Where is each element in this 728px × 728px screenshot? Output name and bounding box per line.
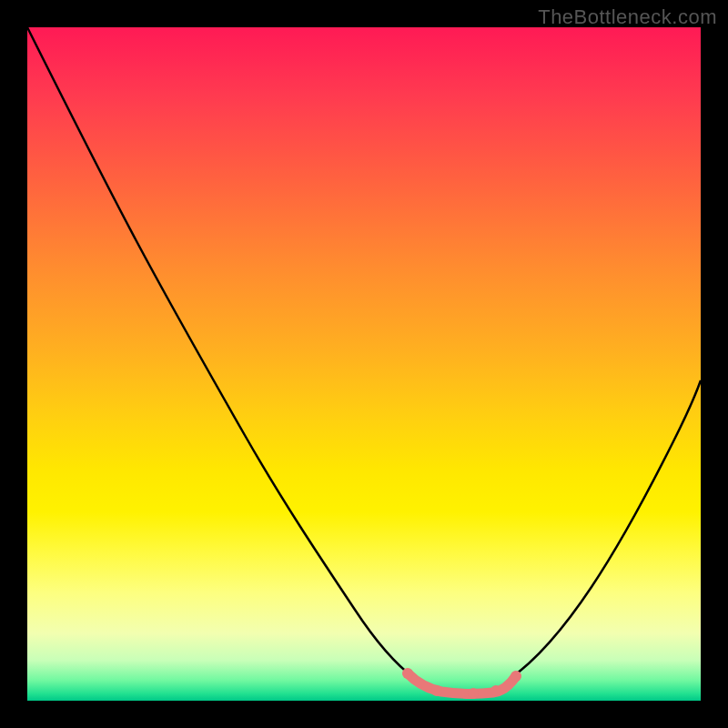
chart-container: TheBottleneck.com — [0, 0, 728, 728]
highlight-dot-mid2 — [468, 688, 479, 699]
curve-left — [27, 27, 414, 678]
watermark-text: TheBottleneck.com — [538, 5, 717, 29]
highlight-dot-right — [511, 671, 521, 682]
bottleneck-curve-svg — [27, 27, 701, 701]
plot-area — [27, 27, 701, 701]
highlight-dot-mid1 — [431, 685, 442, 696]
highlight-dot-left — [402, 668, 413, 679]
curve-right — [510, 380, 701, 679]
highlight-dot-mid3 — [490, 685, 501, 696]
